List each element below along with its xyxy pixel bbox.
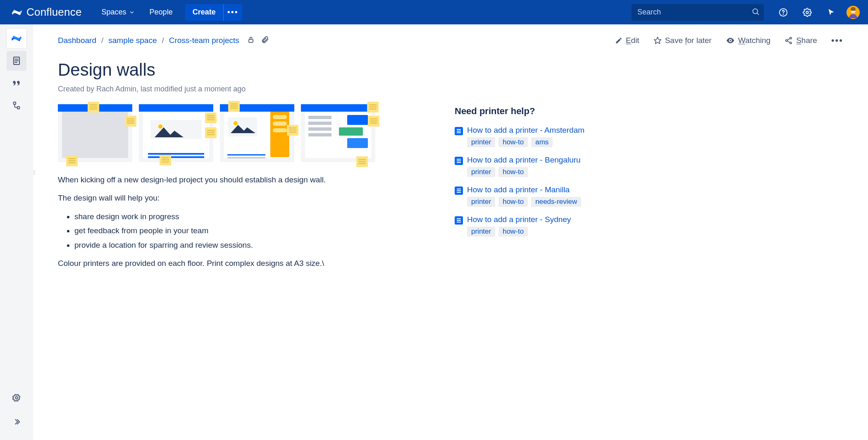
- page-actions: Edit Save for later Watching Share •••: [615, 35, 843, 46]
- help-button[interactable]: [775, 4, 792, 21]
- label-chip[interactable]: how-to: [498, 167, 528, 177]
- svg-marker-23: [155, 127, 184, 137]
- related-item: How to add a printer - Bengaluru printer…: [455, 155, 628, 177]
- related-panel: Need printer help? How to add a printer …: [455, 104, 628, 275]
- user-avatar[interactable]: [847, 6, 860, 19]
- label-chip[interactable]: how-to: [498, 227, 528, 237]
- related-link[interactable]: How to add a printer - Manilla: [467, 185, 570, 194]
- restrictions-icon[interactable]: [247, 36, 255, 46]
- left-rail: ||: [0, 24, 33, 440]
- gear-icon: [12, 393, 21, 402]
- svg-rect-12: [17, 107, 20, 109]
- pencil-icon: [615, 37, 622, 44]
- paragraph: Colour printers are provided on each flo…: [58, 257, 422, 270]
- create-more-button[interactable]: •••: [223, 4, 242, 21]
- related-link[interactable]: How to add a printer - Sydney: [467, 215, 571, 224]
- related-item: How to add a printer - Sydney printer ho…: [455, 215, 628, 237]
- top-navigation: Confluence Spaces People Create •••: [0, 0, 868, 24]
- crumb-separator: /: [162, 36, 164, 45]
- label-chip[interactable]: printer: [467, 137, 495, 147]
- page-byline: Created by Rach Admin, last modified jus…: [58, 85, 843, 93]
- list-item: share design work in progress: [74, 210, 422, 223]
- create-button[interactable]: Create: [185, 4, 223, 21]
- search-icon: [751, 7, 760, 17]
- related-item: How to add a printer - Manilla printer h…: [455, 185, 628, 207]
- label-chip[interactable]: needs-review: [531, 197, 581, 207]
- label-chip[interactable]: printer: [467, 167, 495, 177]
- svg-marker-25: [231, 125, 255, 133]
- search-field-wrap: [632, 4, 764, 21]
- chevron-down-icon: [129, 10, 135, 15]
- label-chip[interactable]: printer: [467, 197, 495, 207]
- paragraph: The design wall will help you:: [58, 192, 422, 204]
- rail-pages[interactable]: [7, 51, 26, 71]
- confluence-mark-icon: [11, 33, 22, 44]
- edit-action[interactable]: Edit: [615, 36, 639, 45]
- svg-point-16: [730, 40, 731, 41]
- attachments-icon[interactable]: [261, 36, 269, 46]
- paragraph: When kicking off a new design-led projec…: [58, 174, 422, 186]
- product-name: Confluence: [26, 6, 82, 19]
- related-item: How to add a printer - Amsterdam printer…: [455, 126, 628, 147]
- page-icon: [455, 157, 463, 165]
- page-icon: [12, 56, 21, 66]
- settings-button[interactable]: [799, 4, 816, 21]
- illustration-panel-1: [58, 104, 132, 162]
- label-chip[interactable]: ams: [531, 137, 553, 147]
- label-chip[interactable]: printer: [467, 227, 495, 237]
- rail-space-settings[interactable]: [7, 388, 26, 408]
- svg-point-3: [783, 14, 784, 14]
- related-link[interactable]: How to add a printer - Amsterdam: [467, 126, 584, 134]
- rail-expand[interactable]: [7, 412, 26, 432]
- label-chip[interactable]: how-to: [498, 197, 528, 207]
- page-header-row: Dashboard / sample space / Cross-team pr…: [58, 35, 843, 46]
- help-icon: [779, 8, 788, 17]
- svg-line-1: [757, 13, 759, 14]
- eye-icon: [726, 36, 735, 45]
- nav-people[interactable]: People: [142, 0, 180, 24]
- rail-blog[interactable]: [7, 73, 26, 93]
- search-input[interactable]: [632, 4, 764, 21]
- page-title: Design walls: [58, 60, 843, 80]
- list-item: get feedback from people in your team: [74, 225, 422, 237]
- related-link[interactable]: How to add a printer - Bengaluru: [467, 155, 581, 164]
- crumb-parent[interactable]: Cross-team projects: [169, 36, 239, 45]
- avatar-icon: [847, 6, 860, 19]
- share-action[interactable]: Share: [785, 36, 817, 45]
- crumb-dashboard[interactable]: Dashboard: [58, 36, 96, 45]
- crumb-separator: /: [101, 36, 103, 45]
- svg-line-21: [787, 41, 790, 43]
- rail-tree[interactable]: [7, 96, 26, 115]
- crumb-space[interactable]: sample space: [108, 36, 157, 45]
- list-item: provide a location for sparring and revi…: [74, 239, 422, 251]
- breadcrumbs: Dashboard / sample space / Cross-team pr…: [58, 36, 269, 46]
- create-group: Create •••: [185, 4, 242, 21]
- hierarchy-icon: [12, 101, 21, 110]
- rail-space-home[interactable]: [7, 29, 26, 48]
- notifications-button[interactable]: [823, 4, 840, 21]
- svg-line-20: [787, 38, 790, 40]
- nav-spaces[interactable]: Spaces: [94, 0, 142, 24]
- main-content: Dashboard / sample space / Cross-team pr…: [33, 24, 868, 440]
- product-brand[interactable]: Confluence: [12, 6, 82, 19]
- notification-icon: [827, 8, 835, 17]
- hero-illustration: [58, 104, 422, 162]
- page-icon: [455, 216, 463, 225]
- share-icon: [785, 36, 793, 45]
- illustration-panel-4: [301, 104, 375, 162]
- page-icon: [455, 127, 463, 135]
- illustration-panel-3: [220, 104, 294, 162]
- svg-point-4: [806, 11, 808, 14]
- save-for-later-action[interactable]: Save for later: [653, 36, 712, 45]
- page-icon: [455, 187, 463, 195]
- gear-icon: [803, 8, 812, 17]
- confluence-logo-icon: [12, 7, 22, 18]
- more-actions[interactable]: •••: [831, 35, 843, 46]
- svg-rect-14: [249, 39, 253, 43]
- label-chip[interactable]: how-to: [498, 137, 528, 147]
- watching-action[interactable]: Watching: [726, 36, 771, 45]
- star-icon: [653, 36, 662, 45]
- svg-point-22: [158, 124, 162, 129]
- svg-marker-15: [654, 37, 661, 44]
- quote-icon: [11, 78, 22, 88]
